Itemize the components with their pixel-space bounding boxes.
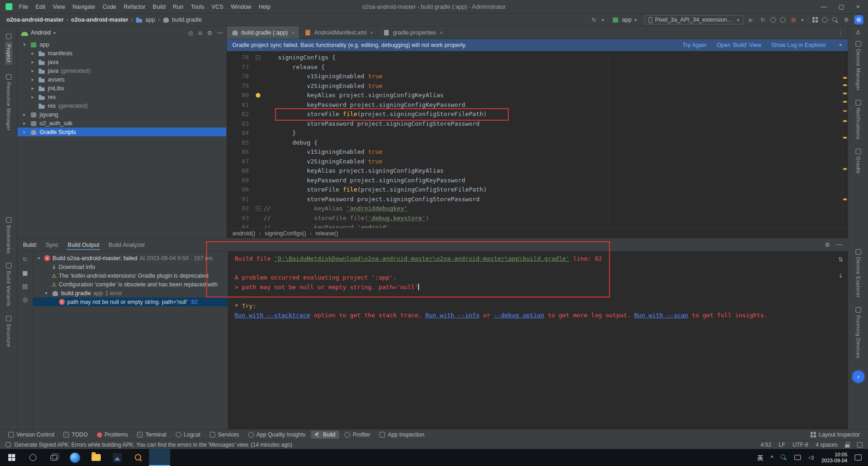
more-run-actions-icon[interactable]: ▾ [801, 17, 804, 23]
project-tree-item-java[interactable]: ▸java [17, 58, 226, 66]
debug-button[interactable] [770, 17, 776, 23]
breadcrumb-item[interactable]: o2oa-android-master [5, 16, 65, 23]
status-event-icon[interactable] [6, 442, 11, 447]
tool-strip-item-running-devices[interactable]: Running Devices [856, 307, 861, 358]
close-tab-icon[interactable]: × [292, 30, 294, 35]
soft-wrap-icon[interactable]: ⇅ [838, 255, 843, 265]
console-link[interactable]: Run with --info [425, 312, 479, 319]
tool-strip-item-project[interactable]: Project [5, 34, 12, 65]
device-manager-icon[interactable] [812, 17, 818, 23]
project-tree-item-assets[interactable]: ▸assets [17, 75, 226, 84]
tool-strip-item-device-explorer[interactable]: Device Explorer [856, 249, 861, 298]
project-tree-item-java[interactable]: ▸java (generated) [17, 66, 226, 75]
fold-marker-icon[interactable]: − [256, 55, 260, 60]
status-widget-4-52[interactable]: 4:52 [761, 442, 771, 448]
tool-window-button-layout-inspector[interactable]: Layout Inspector [807, 431, 863, 439]
menu-vcs[interactable]: VCS [208, 2, 227, 12]
apply-changes-button[interactable]: ↻ [759, 16, 766, 23]
profile-button[interactable] [780, 17, 786, 23]
file-link[interactable]: 'D:\BaiduNetdiskDownload\o2oa-android-ma… [274, 255, 569, 262]
build-tree-row[interactable]: ▾build.gradle app 1 error [33, 289, 228, 297]
menu-navigate[interactable]: Navigate [69, 2, 99, 12]
breadcrumb-item[interactable]: app [134, 16, 157, 24]
project-tree-item-gradle-scripts[interactable]: ▸Gradle Scripts [17, 128, 226, 136]
build-tree-row[interactable]: !path may not be null or empty string. p… [33, 297, 228, 306]
settings-gear-icon[interactable]: ⚙ [843, 16, 850, 23]
console-link[interactable]: --debug option [494, 312, 545, 319]
project-tree-item-app[interactable]: ▾app [17, 40, 226, 49]
filter-messages-icon[interactable]: ▤ [22, 283, 28, 290]
tool-strip-item-gradle[interactable]: Gradle [856, 149, 861, 174]
tool-window-button-todo[interactable]: TODO [60, 431, 91, 439]
show-hidden-icons-chevron[interactable]: ^ [770, 454, 773, 461]
tool-window-button-build[interactable]: Build [311, 431, 339, 439]
taskbar-clock[interactable]: 10:05 2023-09-04 [822, 452, 847, 464]
build-tree-row[interactable]: ↓Download info [33, 262, 228, 271]
breadcrumb-item[interactable]: o2oa-android-master [69, 16, 130, 23]
tool-window-button-version-control[interactable]: Version Control [5, 431, 58, 439]
banner-close-icon[interactable]: × [839, 42, 842, 48]
banner-link-show-log-in-explorer[interactable]: Show Log in Explorer [771, 42, 826, 48]
close-button[interactable]: × [856, 3, 860, 10]
taskbar-app-everything[interactable] [128, 449, 149, 466]
editor-tab-androidmanifest.xml[interactable]: AndroidManifest.xml× [299, 26, 378, 39]
tool-window-button-app-inspection[interactable]: App Inspection [376, 431, 428, 439]
stop-button[interactable]: ■ [790, 16, 797, 23]
menu-window[interactable]: Window [227, 2, 255, 12]
build-settings-gear-icon[interactable]: ⚙ [825, 241, 830, 248]
project-tree-item-res[interactable]: ▸res [17, 93, 226, 101]
tool-strip-item-build-variants[interactable]: Build Variants [6, 263, 11, 306]
console-link[interactable]: Run with --scan [634, 312, 688, 319]
tool-strip-item-bookmarks[interactable]: Bookmarks [6, 217, 11, 254]
view-options-gear-icon[interactable]: ⚙ [207, 29, 212, 36]
intention-bulb-icon[interactable] [256, 93, 260, 98]
editor-breadcrumb-item[interactable]: signingConfigs() [264, 230, 306, 237]
taskbar-app-android-studio[interactable] [149, 449, 170, 466]
console-link[interactable]: Run with --stacktrace [235, 312, 310, 319]
menu-help[interactable]: Help [255, 2, 274, 12]
start-button[interactable] [1, 449, 22, 466]
build-tree-row[interactable]: ⚠The 'kotlin-android-extensions' Gradle … [33, 271, 228, 280]
menu-code[interactable]: Code [99, 2, 120, 12]
menu-file[interactable]: File [15, 2, 32, 12]
notifications-bell-icon[interactable] [822, 17, 828, 23]
banner-link-try-again[interactable]: Try Again [683, 42, 707, 48]
locate-file-icon[interactable]: ◎ [188, 29, 193, 36]
project-tree-item-jiguang[interactable]: ▸jiguang [17, 110, 226, 119]
code-editor[interactable]: 76− signingConfigs {77 release {78 v1Sig… [227, 51, 848, 228]
editor-tab-gradle.properties[interactable]: gradle.properties× [378, 26, 448, 39]
error-stripe[interactable] [842, 51, 848, 228]
status-message[interactable]: Generate Signed APK: Errors while buildi… [14, 442, 292, 448]
status-widget-utf-8[interactable]: UTF-8 [793, 442, 808, 448]
more-tabs-icon[interactable]: ⋮ [833, 26, 848, 39]
minimize-button[interactable]: — [821, 3, 827, 10]
network-display-icon[interactable] [794, 455, 801, 460]
build-output-console[interactable]: ⇅ ↓ Build file 'D:\BaiduNetdiskDownload\… [228, 251, 848, 429]
tool-window-button-services[interactable]: Services [206, 431, 243, 439]
tool-strip-item-structure[interactable]: Structure [6, 316, 11, 347]
build-tab-build-analyzer[interactable]: Build Analyzer [108, 240, 146, 250]
search-everywhere-icon[interactable] [832, 17, 839, 23]
volume-icon[interactable]: ◁) [808, 454, 814, 460]
hide-panel-icon[interactable]: — [217, 29, 223, 36]
close-tab-icon[interactable]: × [370, 30, 373, 35]
read-only-lock-icon[interactable] [845, 444, 850, 448]
tool-strip-item-device-manager[interactable]: Device Manager [856, 41, 861, 91]
sync-gradle-icon[interactable]: ↻ [590, 16, 598, 23]
status-widget-lf[interactable]: LF [779, 442, 785, 448]
chevron-down-icon[interactable]: ▾ [53, 30, 56, 35]
device-select[interactable]: Pixel_3a_API_34_extension_level_7_x8... … [644, 15, 743, 24]
banner-link-open-build-view[interactable]: Open 'Build' View [717, 42, 761, 48]
editor-tab-build.gradle[interactable]: build.gradle (:app)× [227, 26, 299, 39]
project-tree-item-res[interactable]: res (generated) [17, 101, 226, 110]
menu-tools[interactable]: Tools [187, 2, 208, 12]
collapse-panel-handle[interactable]: ‹ [852, 371, 864, 383]
scroll-to-end-icon[interactable]: ↓ [838, 271, 843, 281]
ime-indicator[interactable]: 英 [757, 453, 763, 462]
task-view-button[interactable] [43, 449, 64, 466]
stop-build-icon[interactable]: ■ [22, 269, 28, 276]
pin-tab-icon[interactable]: ◎ [23, 296, 28, 303]
taskbar-app-browser[interactable] [64, 449, 86, 466]
editor-breadcrumb-item[interactable]: release() [316, 230, 338, 237]
hide-build-panel-icon[interactable]: — [837, 241, 843, 248]
